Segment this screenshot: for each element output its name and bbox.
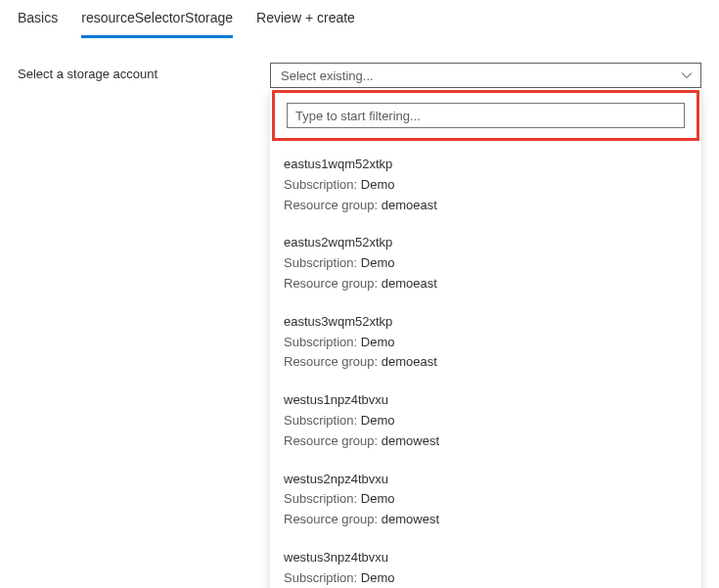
option-subscription: Subscription: Demo bbox=[284, 568, 688, 588]
filter-highlight bbox=[272, 90, 699, 141]
chevron-down-icon bbox=[681, 69, 693, 81]
filter-input[interactable] bbox=[287, 103, 685, 128]
select-placeholder: Select existing... bbox=[281, 68, 374, 83]
tab-review-create[interactable]: Review + create bbox=[256, 10, 355, 38]
storage-option[interactable]: westus3npz4tbvxuSubscription: DemoResour… bbox=[270, 540, 701, 588]
storage-option[interactable]: eastus2wqm52xtkpSubscription: DemoResour… bbox=[270, 225, 701, 303]
options-list: eastus1wqm52xtkpSubscription: DemoResour… bbox=[270, 143, 701, 588]
option-subscription: Subscription: Demo bbox=[284, 253, 688, 274]
tabs: Basics resourceSelectorStorage Review + … bbox=[0, 0, 719, 39]
option-subscription: Subscription: Demo bbox=[284, 175, 688, 196]
dropdown-panel: eastus1wqm52xtkpSubscription: DemoResour… bbox=[270, 88, 701, 588]
option-name: eastus3wqm52xtkp bbox=[284, 312, 688, 333]
option-resource-group: Resource group: demowest bbox=[284, 431, 688, 452]
select-dropdown[interactable]: Select existing... bbox=[270, 63, 701, 88]
storage-option[interactable]: eastus3wqm52xtkpSubscription: DemoResour… bbox=[270, 304, 701, 383]
option-subscription: Subscription: Demo bbox=[284, 489, 688, 510]
option-subscription: Subscription: Demo bbox=[284, 411, 688, 431]
option-name: westus1npz4tbvxu bbox=[284, 390, 688, 411]
tab-resource-selector-storage[interactable]: resourceSelectorStorage bbox=[81, 10, 233, 38]
option-resource-group: Resource group: demoeast bbox=[284, 274, 688, 294]
option-name: eastus1wqm52xtkp bbox=[284, 155, 688, 175]
storage-option[interactable]: eastus1wqm52xtkpSubscription: DemoResour… bbox=[270, 147, 701, 225]
option-name: westus2npz4tbvxu bbox=[284, 470, 688, 490]
option-name: westus3npz4tbvxu bbox=[284, 548, 688, 568]
storage-option[interactable]: westus2npz4tbvxuSubscription: DemoResour… bbox=[270, 462, 701, 540]
option-subscription: Subscription: Demo bbox=[284, 333, 688, 353]
storage-option[interactable]: westus1npz4tbvxuSubscription: DemoResour… bbox=[270, 383, 701, 461]
storage-account-selector: Select existing... eastus1wqm52xtkpSubsc… bbox=[270, 63, 701, 88]
option-name: eastus2wqm52xtkp bbox=[284, 233, 688, 253]
option-resource-group: Resource group: demoeast bbox=[284, 352, 688, 373]
tab-basics[interactable]: Basics bbox=[18, 10, 58, 38]
option-resource-group: Resource group: demowest bbox=[284, 510, 688, 530]
form-row-storage-account: Select a storage account Select existing… bbox=[0, 39, 719, 88]
field-label: Select a storage account bbox=[18, 63, 270, 81]
option-resource-group: Resource group: demoeast bbox=[284, 196, 688, 216]
